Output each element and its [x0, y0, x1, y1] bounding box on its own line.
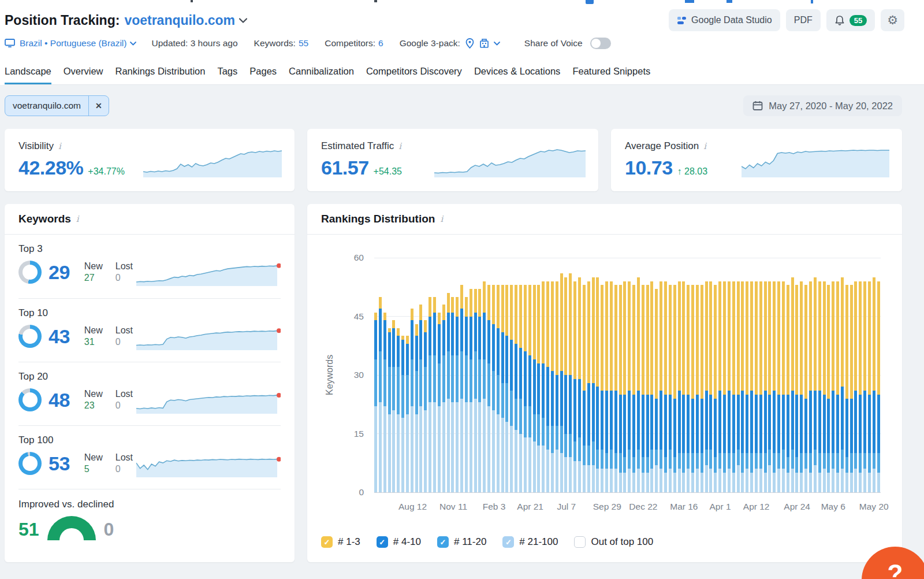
stacked-bar[interactable] [795, 285, 798, 492]
stacked-bar[interactable] [560, 273, 563, 492]
stacked-bar[interactable] [877, 281, 880, 492]
legend-item--4-10[interactable]: ✓# 4-10 [377, 536, 421, 548]
info-icon[interactable]: i [440, 214, 443, 224]
tab-cannibalization[interactable]: Cannibalization [289, 62, 354, 84]
stacked-bar[interactable] [379, 297, 382, 492]
stacked-bar[interactable] [804, 285, 807, 492]
stacked-bar[interactable] [809, 281, 812, 492]
tab-overview[interactable]: Overview [64, 62, 103, 84]
stacked-bar[interactable] [578, 277, 581, 492]
stacked-bar[interactable] [850, 285, 853, 492]
stacked-bar[interactable] [483, 281, 486, 492]
stacked-bar[interactable] [827, 285, 830, 492]
remove-filter-button[interactable]: ✕ [88, 96, 109, 116]
stacked-bar[interactable] [773, 281, 776, 492]
stacked-bar[interactable] [836, 281, 839, 492]
project-domain-dropdown[interactable]: voetranquilo.com [124, 13, 235, 28]
bucket-count[interactable]: 53 [49, 452, 77, 475]
lost-value[interactable]: 0 [116, 273, 133, 283]
stacked-bar[interactable] [419, 305, 422, 492]
stacked-bar[interactable] [868, 281, 871, 492]
stacked-bar[interactable] [614, 285, 617, 492]
stacked-bar[interactable] [832, 281, 834, 492]
stacked-bar[interactable] [823, 281, 826, 492]
chevron-down-icon[interactable] [494, 42, 500, 46]
stacked-bar[interactable] [782, 281, 785, 492]
bucket-count[interactable]: 48 [49, 389, 77, 411]
stacked-bar[interactable] [678, 281, 681, 492]
tab-rankings-distribution[interactable]: Rankings Distribution [116, 62, 206, 84]
date-range-picker[interactable]: May 27, 2020 - May 20, 2022 [743, 95, 902, 116]
stacked-bar[interactable] [456, 297, 459, 492]
stacked-bar[interactable] [406, 336, 409, 492]
stacked-bar[interactable] [601, 285, 603, 492]
stacked-bar[interactable] [415, 324, 418, 492]
stacked-bar[interactable] [750, 281, 753, 492]
stacked-bar[interactable] [587, 281, 590, 492]
stacked-bar[interactable] [374, 313, 377, 492]
tab-devices-locations[interactable]: Devices & Locations [474, 62, 561, 84]
stacked-bar[interactable] [569, 273, 572, 492]
stacked-bar[interactable] [533, 285, 536, 492]
stacked-bar[interactable] [814, 277, 817, 492]
lost-value[interactable]: 0 [116, 400, 133, 411]
stacked-bar[interactable] [818, 281, 821, 492]
stacked-bar[interactable] [787, 285, 789, 492]
stacked-bar[interactable] [777, 281, 780, 492]
stacked-bar[interactable] [768, 281, 771, 492]
stacked-bar[interactable] [519, 285, 522, 492]
stacked-bar[interactable] [800, 281, 803, 492]
map-pin-icon[interactable] [465, 38, 474, 49]
location-language-dropdown[interactable]: Brazil • Portuguese (Brazil) [20, 38, 136, 49]
stacked-bar[interactable] [556, 281, 558, 492]
stacked-bar[interactable] [723, 281, 726, 492]
share-of-voice-toggle[interactable] [590, 38, 611, 49]
new-value[interactable]: 23 [84, 400, 103, 411]
notifications-button[interactable]: 55 [826, 9, 875, 31]
stacked-bar[interactable] [701, 285, 703, 492]
stacked-bar[interactable] [759, 281, 762, 492]
stacked-bar[interactable] [397, 328, 400, 492]
stacked-bar[interactable] [705, 281, 708, 492]
stacked-bar[interactable] [845, 285, 848, 492]
lost-value[interactable]: 0 [116, 337, 133, 347]
lost-value[interactable]: 0 [116, 464, 133, 474]
checkbox-checked-icon[interactable]: ✓ [377, 536, 388, 548]
stacked-bar[interactable] [764, 281, 767, 492]
info-icon[interactable]: i [398, 141, 401, 151]
stacked-bar[interactable] [474, 289, 477, 492]
competitors-count-value[interactable]: 6 [378, 38, 383, 49]
stacked-bar[interactable] [755, 281, 758, 492]
info-icon[interactable]: i [76, 214, 79, 224]
checkbox-unchecked-icon[interactable] [574, 536, 586, 548]
new-value[interactable]: 5 [84, 464, 103, 474]
stacked-bar[interactable] [429, 297, 431, 492]
tab-tags[interactable]: Tags [217, 62, 237, 84]
stacked-bar[interactable] [664, 281, 667, 492]
tab-pages[interactable]: Pages [249, 62, 277, 84]
checkbox-checked-icon[interactable]: ✓ [321, 536, 333, 548]
stacked-bar[interactable] [424, 320, 427, 492]
stacked-bar[interactable] [433, 297, 436, 492]
stacked-bar[interactable] [650, 281, 653, 492]
stacked-bar[interactable] [515, 285, 517, 492]
stacked-bar[interactable] [546, 281, 549, 492]
stacked-bar[interactable] [573, 281, 576, 492]
new-value[interactable]: 31 [84, 337, 103, 347]
stacked-bar[interactable] [655, 289, 658, 492]
stacked-bar[interactable] [551, 281, 554, 492]
stacked-bar[interactable] [537, 285, 540, 492]
stacked-bar[interactable] [691, 285, 694, 492]
stacked-bar[interactable] [610, 281, 613, 492]
google-data-studio-button[interactable]: Google Data Studio [669, 9, 780, 31]
stacked-bar[interactable] [465, 297, 468, 492]
tab-landscape[interactable]: Landscape [5, 62, 51, 84]
bucket-count[interactable]: 43 [49, 325, 77, 348]
chevron-down-icon[interactable] [239, 18, 247, 23]
stacked-bar[interactable] [524, 285, 527, 492]
stacked-bar[interactable] [451, 297, 454, 492]
stacked-bar[interactable] [487, 285, 490, 492]
info-icon[interactable]: i [703, 141, 706, 151]
stacked-bar[interactable] [623, 281, 626, 492]
stacked-bar[interactable] [619, 285, 622, 492]
